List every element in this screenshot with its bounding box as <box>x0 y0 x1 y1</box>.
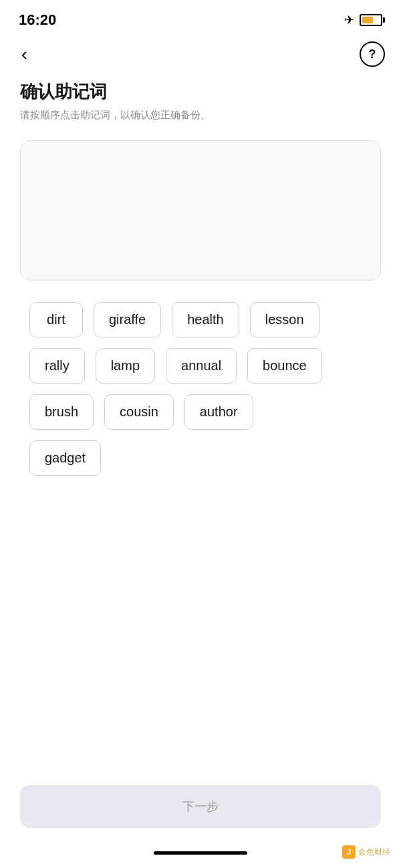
next-button[interactable]: 下一步 <box>20 785 381 828</box>
next-button-container: 下一步 <box>20 785 381 828</box>
word-chip-author[interactable]: author <box>184 394 253 430</box>
page-subtitle: 请按顺序点击助记词，以确认您正确备份。 <box>20 109 381 122</box>
help-button[interactable]: ? <box>360 41 385 67</box>
word-row-3: brush cousin author <box>29 394 372 430</box>
watermark-icon: J <box>342 845 356 859</box>
word-row-4: gadget <box>29 440 372 476</box>
word-chip-lesson[interactable]: lesson <box>250 302 319 337</box>
home-indicator <box>154 851 247 855</box>
watermark-text: 金色财经 <box>358 847 390 858</box>
word-chip-bounce[interactable]: bounce <box>247 348 322 384</box>
status-time: 16:20 <box>19 11 56 29</box>
nav-bar: ‹ ? <box>0 37 401 74</box>
battery-fill <box>362 17 373 23</box>
word-chip-brush[interactable]: brush <box>29 394 94 430</box>
word-chip-lamp[interactable]: lamp <box>96 348 155 384</box>
selection-box <box>20 140 381 281</box>
watermark: J 金色财经 <box>342 845 390 859</box>
word-chip-annual[interactable]: annual <box>166 348 237 384</box>
battery-icon <box>360 14 382 26</box>
word-chip-giraffe[interactable]: giraffe <box>94 302 161 337</box>
word-chip-cousin[interactable]: cousin <box>104 394 174 430</box>
page-title: 确认助记词 <box>20 80 381 104</box>
word-row-2: rally lamp annual bounce <box>29 348 372 384</box>
word-chip-dirt[interactable]: dirt <box>29 302 83 337</box>
status-bar: 16:20 ✈ <box>0 0 401 37</box>
status-icons: ✈ <box>344 13 382 27</box>
word-grid: dirt giraffe health lesson rally lamp an… <box>20 302 381 476</box>
back-button[interactable]: ‹ <box>16 43 33 65</box>
airplane-icon: ✈ <box>344 13 354 27</box>
page-content: 确认助记词 请按顺序点击助记词，以确认您正确备份。 dirt giraffe h… <box>0 74 401 476</box>
word-chip-rally[interactable]: rally <box>29 348 85 384</box>
word-chip-health[interactable]: health <box>172 302 239 337</box>
word-chip-gadget[interactable]: gadget <box>29 440 101 476</box>
word-row-1: dirt giraffe health lesson <box>29 302 372 337</box>
